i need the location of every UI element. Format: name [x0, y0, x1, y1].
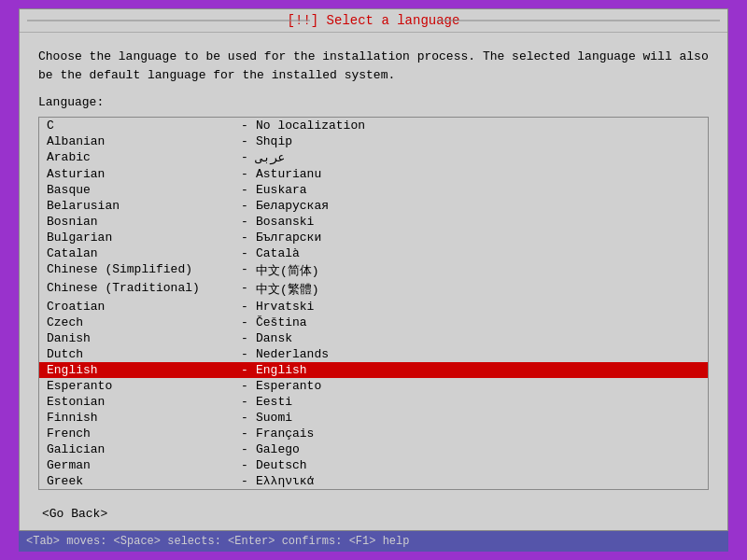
lang-name: 中文(简体) — [256, 262, 700, 279]
lang-code: Catalan — [47, 246, 233, 260]
lang-code: Esperanto — [47, 379, 233, 393]
list-item[interactable]: English-English — [39, 362, 708, 378]
lang-code: Chinese (Traditional) — [47, 281, 233, 298]
lang-dash: - — [233, 379, 256, 393]
lang-code: Arabic — [47, 150, 233, 165]
lang-dash: - — [233, 458, 256, 472]
lang-code: Galician — [47, 442, 233, 456]
lang-dash: - — [233, 183, 256, 197]
list-item[interactable]: Bosnian-Bosanski — [39, 214, 708, 230]
lang-dash: - — [233, 231, 256, 245]
list-item[interactable]: Chinese (Simplified)-中文(简体) — [39, 261, 708, 280]
list-item[interactable]: German-Deutsch — [39, 457, 708, 473]
list-item[interactable]: Esperanto-Esperanto — [39, 378, 708, 394]
list-item[interactable]: Finnish-Suomi — [39, 410, 708, 426]
lang-code: Danish — [47, 331, 233, 345]
lang-dash: - — [233, 150, 256, 165]
list-item[interactable]: Bulgarian-Български — [39, 230, 708, 245]
lang-dash: - — [233, 300, 256, 314]
lang-name: عربى — [256, 150, 700, 165]
lang-dash: - — [233, 167, 256, 181]
lang-code: German — [47, 458, 233, 472]
lang-dash: - — [233, 347, 256, 361]
dialog-content: Choose the language to be used for the i… — [20, 33, 727, 497]
list-item[interactable]: Galician-Galego — [39, 441, 708, 457]
lang-name: 中文(繁體) — [256, 281, 700, 298]
lang-dash: - — [233, 119, 256, 133]
lang-dash: - — [233, 442, 256, 456]
lang-code: Belarusian — [47, 199, 233, 213]
lang-name: Беларуская — [256, 199, 700, 213]
lang-code: C — [47, 119, 233, 133]
lang-code: Basque — [47, 183, 233, 197]
lang-code: Chinese (Simplified) — [47, 262, 233, 279]
lang-dash: - — [233, 215, 256, 229]
lang-code: Asturian — [47, 167, 233, 181]
lang-dash: - — [233, 246, 256, 260]
lang-dash: - — [233, 474, 256, 488]
lang-code: Dutch — [47, 347, 233, 361]
lang-dash: - — [233, 315, 256, 329]
lang-name: Shqip — [256, 134, 700, 148]
lang-name: Suomi — [256, 411, 700, 425]
lang-code: Bosnian — [47, 215, 233, 229]
bottom-bar-text: <Tab> moves: <Space> selects: <Enter> co… — [26, 535, 409, 548]
lang-dash: - — [233, 262, 256, 279]
lang-dash: - — [233, 411, 256, 425]
lang-name: Bosanski — [256, 215, 700, 229]
lang-name: English — [256, 363, 700, 377]
lang-code: Finnish — [47, 411, 233, 425]
list-item[interactable]: Arabic-عربى — [39, 149, 708, 166]
lang-name: Nederlands — [256, 347, 700, 361]
list-item[interactable]: Asturian-Asturianu — [39, 166, 708, 182]
list-item[interactable]: French-Français — [39, 426, 708, 441]
lang-name: Ελληνικά — [256, 474, 700, 488]
lang-dash: - — [233, 331, 256, 345]
lang-dash: - — [233, 199, 256, 213]
list-item[interactable]: Albanian-Shqip — [39, 133, 708, 149]
lang-name: Asturianu — [256, 167, 700, 181]
list-container: C-No localizationAlbanian-ShqipArabic-عر… — [38, 117, 709, 490]
language-label: Language: — [38, 95, 709, 109]
lang-name: Galego — [256, 442, 700, 456]
list-item[interactable]: Croatian-Hrvatski — [39, 299, 708, 315]
go-back-button[interactable]: <Go Back> — [38, 505, 111, 523]
lang-name: Català — [256, 246, 700, 260]
description-text: Choose the language to be used for the i… — [38, 48, 709, 84]
lang-name: No localization — [256, 119, 700, 133]
list-item[interactable]: C-No localization — [39, 118, 708, 133]
dialog-title: [!!] Select a language — [288, 13, 460, 28]
lang-code: French — [47, 427, 233, 441]
list-item[interactable]: Belarusian-Беларуская — [39, 198, 708, 214]
lang-name: Esperanto — [256, 379, 700, 393]
lang-code: Czech — [47, 315, 233, 329]
language-list[interactable]: C-No localizationAlbanian-ShqipArabic-عر… — [39, 118, 708, 489]
list-item[interactable]: Greek-Ελληνικά — [39, 473, 708, 489]
lang-dash: - — [233, 395, 256, 409]
lang-name: Eesti — [256, 395, 700, 409]
list-item[interactable]: Estonian-Eesti — [39, 394, 708, 410]
lang-code: Albanian — [47, 134, 233, 148]
lang-name: Čeština — [256, 315, 700, 329]
list-item[interactable]: Czech-Čeština — [39, 315, 708, 330]
footer-buttons: <Go Back> — [20, 497, 727, 530]
lang-code: Greek — [47, 474, 233, 488]
lang-name: Български — [256, 231, 700, 245]
lang-dash: - — [233, 427, 256, 441]
lang-dash: - — [233, 363, 256, 377]
list-item[interactable]: Basque-Euskara — [39, 182, 708, 198]
lang-name: Euskara — [256, 183, 700, 197]
list-item[interactable]: Chinese (Traditional)-中文(繁體) — [39, 280, 708, 299]
list-item[interactable]: Catalan-Català — [39, 245, 708, 261]
list-item[interactable]: Dutch-Nederlands — [39, 346, 708, 362]
lang-code: Croatian — [47, 300, 233, 314]
bottom-bar: <Tab> moves: <Space> selects: <Enter> co… — [19, 531, 728, 552]
lang-name: Deutsch — [256, 458, 700, 472]
lang-name: Français — [256, 427, 700, 441]
lang-name: Dansk — [256, 331, 700, 345]
main-dialog: [!!] Select a language Choose the langua… — [19, 8, 728, 531]
lang-name: Hrvatski — [256, 300, 700, 314]
title-bar: [!!] Select a language — [20, 9, 727, 33]
lang-code: Bulgarian — [47, 231, 233, 245]
list-item[interactable]: Danish-Dansk — [39, 330, 708, 346]
